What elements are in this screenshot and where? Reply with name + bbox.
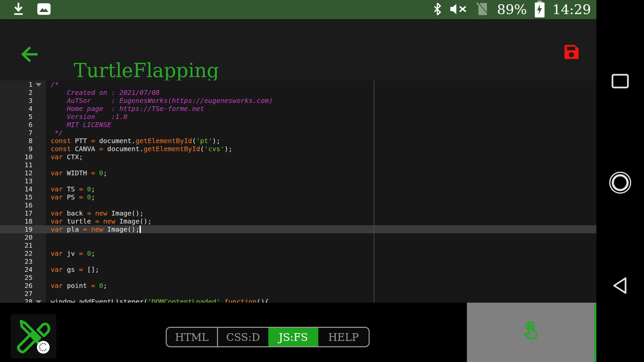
code-line[interactable]: 8const PTT = document.getElementById('pt… — [0, 137, 596, 145]
code-text[interactable]: const CANVA = document.getElementById('c… — [46, 145, 596, 153]
code-text[interactable]: var gs = []; — [46, 265, 596, 274]
code-line[interactable]: 4 Home page : https://TSe-forme.net — [0, 105, 596, 113]
code-line[interactable]: 22var jv = 0; — [0, 249, 596, 257]
code-line[interactable]: 6 MIT LICENSE — [0, 121, 596, 129]
touch-gesture-panel[interactable] — [467, 303, 594, 362]
line-number: 17 — [0, 209, 46, 217]
code-line[interactable]: 11 — [0, 161, 596, 169]
code-line[interactable]: 16 — [0, 201, 596, 209]
code-line[interactable]: 19var pla = new Image(); — [0, 225, 596, 233]
android-nav-bar — [596, 0, 644, 362]
code-text[interactable]: const PTT = document.getElementById('pt'… — [46, 137, 596, 145]
code-line[interactable]: 23 — [0, 257, 596, 265]
code-line[interactable]: 28window.addEventListener('DOMContentLoa… — [0, 298, 596, 303]
view-tab-group: HTMLCSS:DJS:FSHELP — [166, 327, 370, 347]
code-text[interactable]: window.addEventListener('DOMContentLoade… — [46, 298, 596, 303]
tab-js-fs[interactable]: JS:FS — [268, 328, 319, 346]
code-text[interactable]: Created on : 2021/07/08 — [46, 88, 596, 97]
status-bar-right: 89% 14:29 — [433, 0, 591, 19]
code-text[interactable]: */ — [46, 129, 596, 137]
line-number: 9 — [0, 145, 46, 153]
code-line[interactable]: 24var gs = []; — [0, 265, 596, 274]
home-button[interactable] — [596, 170, 644, 195]
code-line[interactable]: 20 — [0, 233, 596, 241]
line-number: 27 — [0, 290, 46, 298]
code-line[interactable]: 5 Version :1.0 — [0, 113, 596, 121]
code-text[interactable]: AuTSor : EugenesWorks(https://eugeneswor… — [46, 97, 596, 105]
recents-button[interactable] — [596, 73, 644, 89]
text-cursor — [140, 226, 141, 233]
code-line[interactable]: 27 — [0, 290, 596, 298]
code-text[interactable]: var WIDTH = 0; — [46, 169, 596, 177]
line-number: 10 — [0, 153, 46, 161]
code-text[interactable]: var CTX; — [46, 153, 596, 161]
code-text[interactable]: var TS = 0; — [46, 185, 596, 193]
clock: 14:29 — [552, 0, 591, 19]
line-number: 4 — [0, 105, 46, 113]
fold-arrow-icon[interactable] — [36, 83, 42, 86]
code-text[interactable]: MIT LICENSE — [46, 121, 596, 129]
line-number: 18 — [0, 217, 46, 225]
code-line[interactable]: 12var WIDTH = 0; — [0, 169, 596, 177]
line-number: 21 — [0, 241, 46, 249]
code-text[interactable] — [46, 274, 596, 282]
code-lines[interactable]: 1/*2 Created on : 2021/07/083 AuTSor : E… — [0, 80, 596, 303]
line-number: 1 — [0, 80, 46, 88]
line-number: 3 — [0, 97, 46, 105]
fold-arrow-icon[interactable] — [36, 300, 42, 303]
code-text[interactable] — [46, 290, 596, 298]
save-button[interactable] — [562, 43, 581, 61]
line-number: 28 — [0, 298, 46, 303]
code-text[interactable]: var PS = 0; — [46, 193, 596, 201]
code-line[interactable]: 14var TS = 0; — [0, 185, 596, 193]
line-number: 25 — [0, 274, 46, 282]
battery-charging-icon — [534, 1, 545, 19]
code-text[interactable]: var jv = 0; — [46, 249, 596, 257]
code-text[interactable] — [46, 241, 596, 249]
download-icon — [12, 2, 25, 18]
tab-css-d[interactable]: CSS:D — [217, 328, 268, 346]
battery-percent: 89% — [497, 0, 527, 19]
code-line[interactable]: 3 AuTSor : EugenesWorks(https://eugenesw… — [0, 97, 596, 105]
code-text[interactable]: var back = new Image(); — [46, 209, 596, 217]
code-line[interactable]: 15var PS = 0; — [0, 193, 596, 201]
code-line[interactable]: 13 — [0, 177, 596, 185]
code-text[interactable] — [46, 257, 596, 265]
code-text[interactable] — [46, 233, 596, 241]
back-nav-button[interactable] — [596, 276, 644, 296]
code-text[interactable] — [46, 177, 596, 185]
code-text[interactable]: var point = 0; — [46, 282, 596, 290]
code-line[interactable]: 9const CANVA = document.getElementById('… — [0, 145, 596, 153]
code-text[interactable]: Version :1.0 — [46, 113, 596, 121]
line-number: 11 — [0, 161, 46, 169]
code-line[interactable]: 21 — [0, 241, 596, 249]
tab-html[interactable]: HTML — [167, 328, 217, 346]
volume-muted-icon — [449, 3, 468, 16]
code-line[interactable]: 2 Created on : 2021/07/08 — [0, 88, 596, 97]
tab-help[interactable]: HELP — [318, 328, 369, 346]
code-text[interactable] — [46, 161, 596, 169]
code-line[interactable]: 10var CTX; — [0, 153, 596, 161]
line-number: 20 — [0, 233, 46, 241]
status-bar-left — [12, 0, 51, 19]
code-line[interactable]: 18var turtle = new Image(); — [0, 217, 596, 225]
print-margin-ruler — [374, 80, 374, 303]
code-text[interactable]: var pla = new Image(); — [46, 225, 596, 233]
code-line[interactable]: 25 — [0, 274, 596, 282]
code-line[interactable]: 26var point = 0; — [0, 282, 596, 290]
code-line[interactable]: 1/* — [0, 80, 596, 88]
line-number: 13 — [0, 177, 46, 185]
back-arrow-icon[interactable] — [19, 44, 39, 66]
line-number: 8 — [0, 137, 46, 145]
code-text[interactable]: var turtle = new Image(); — [46, 217, 596, 225]
code-text[interactable] — [46, 201, 596, 209]
touch-gesture-icon — [520, 320, 541, 343]
code-line[interactable]: 7 */ — [0, 129, 596, 137]
line-number: 6 — [0, 121, 46, 129]
code-editor[interactable]: 1/*2 Created on : 2021/07/083 AuTSor : E… — [0, 80, 596, 303]
tools-button[interactable] — [11, 314, 56, 358]
no-sim-icon — [476, 1, 490, 18]
code-text[interactable]: /* — [46, 80, 596, 88]
code-line[interactable]: 17var back = new Image(); — [0, 209, 596, 217]
code-text[interactable]: Home page : https://TSe-forme.net — [46, 105, 596, 113]
